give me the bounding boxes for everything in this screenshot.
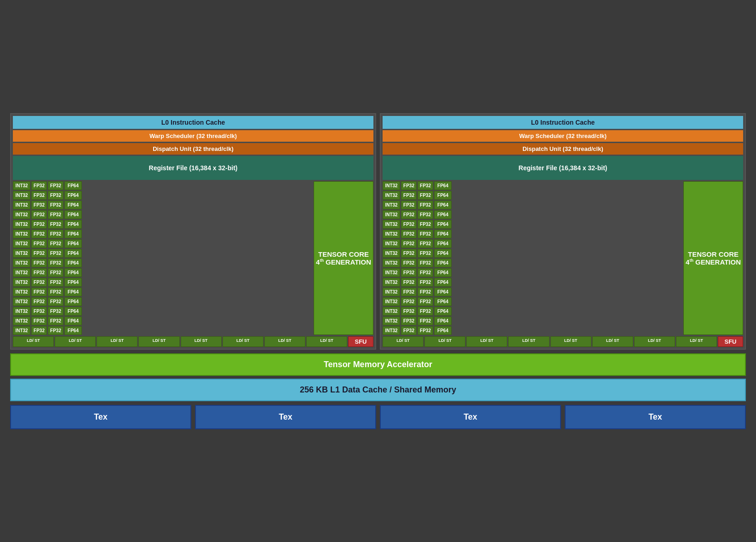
unit-cell-2-2-2: FP32 [418, 201, 433, 209]
tex-cell-2: Tex [380, 405, 561, 429]
unit-cell-2-11-1: FP32 [401, 288, 417, 296]
unit-cell-2-7-0: INT32 [383, 249, 400, 258]
dispatch-unit-1: Dispatch Unit (32 thread/clk) [13, 143, 373, 155]
unit-cell-2-6-2: FP32 [418, 239, 433, 248]
tensor-core-1: TENSOR CORE 4th GENERATION [314, 181, 373, 335]
l0-cache-2: L0 Instruction Cache [383, 116, 743, 129]
unit-cell-2-8-3: FP64 [434, 259, 452, 267]
sm-block-1: L0 Instruction Cache Warp Scheduler (32 … [10, 113, 376, 350]
ldst-cell-2-4: LD/ ST [550, 336, 591, 347]
compute-row-1-11: INT32FP32FP32FP64 [13, 288, 312, 296]
unit-cell-1-13-3: FP64 [64, 307, 82, 316]
unit-cell-1-9-0: INT32 [13, 268, 30, 277]
register-file-1: Register File (16,384 x 32-bit) [13, 156, 373, 180]
unit-cell-2-0-2: FP32 [418, 181, 433, 190]
unit-cell-2-5-0: INT32 [383, 230, 400, 238]
unit-cell-1-0-2: FP32 [48, 181, 63, 190]
ldst-cell-1-2: LD/ ST [97, 336, 137, 347]
unit-cell-1-1-3: FP64 [64, 191, 82, 200]
unit-cell-2-5-2: FP32 [418, 230, 433, 238]
unit-cell-1-11-3: FP64 [64, 288, 82, 296]
unit-cell-2-13-0: INT32 [383, 307, 400, 316]
unit-cell-1-11-0: INT32 [13, 288, 30, 296]
unit-cell-1-8-1: FP32 [31, 259, 47, 267]
unit-cell-2-6-0: INT32 [383, 239, 400, 248]
unit-cell-1-4-0: INT32 [13, 220, 30, 229]
unit-cell-1-5-1: FP32 [31, 230, 47, 238]
sfu-1: SFU [348, 336, 373, 347]
unit-cell-1-12-0: INT32 [13, 297, 30, 306]
compute-area-2: INT32FP32FP32FP64INT32FP32FP32FP64INT32F… [383, 181, 743, 335]
ldst-cell-1-5: LD/ ST [223, 336, 263, 347]
outer-wrapper: L0 Instruction Cache Warp Scheduler (32 … [6, 109, 750, 434]
unit-cell-2-7-3: FP64 [434, 249, 452, 258]
ldst-row-2: LD/ STLD/ STLD/ STLD/ STLD/ STLD/ STLD/ … [383, 336, 743, 347]
unit-cell-1-12-1: FP32 [31, 297, 47, 306]
compute-row-1-13: INT32FP32FP32FP64 [13, 307, 312, 316]
ldst-cell-1-0: LD/ ST [13, 336, 54, 347]
sm-block-2: L0 Instruction Cache Warp Scheduler (32 … [380, 113, 746, 350]
unit-cell-1-9-3: FP64 [64, 268, 82, 277]
sfu-2: SFU [718, 336, 743, 347]
unit-cell-2-12-0: INT32 [383, 297, 400, 306]
compute-row-2-11: INT32FP32FP32FP64 [383, 288, 682, 296]
unit-cell-2-10-1: FP32 [401, 278, 417, 287]
compute-row-2-1: INT32FP32FP32FP64 [383, 191, 682, 200]
unit-cell-1-3-0: INT32 [13, 210, 30, 219]
tex-row: TexTexTexTex [10, 405, 746, 429]
unit-cell-2-9-0: INT32 [383, 268, 400, 277]
unit-cell-2-3-3: FP64 [434, 210, 452, 219]
unit-cell-1-13-2: FP32 [48, 307, 63, 316]
unit-cell-2-10-0: INT32 [383, 278, 400, 287]
unit-cell-2-13-2: FP32 [418, 307, 433, 316]
unit-cell-1-2-1: FP32 [31, 201, 47, 209]
tensor-core-gen1: 4th GENERATION [316, 258, 371, 266]
compute-row-2-2: INT32FP32FP32FP64 [383, 201, 682, 209]
compute-row-2-10: INT32FP32FP32FP64 [383, 278, 682, 287]
unit-cell-2-4-0: INT32 [383, 220, 400, 229]
ldst-cell-2-0: LD/ ST [383, 336, 424, 347]
ldst-cell-2-2: LD/ ST [466, 336, 507, 347]
main-container: L0 Instruction Cache Warp Scheduler (32 … [10, 113, 746, 350]
unit-cell-1-6-0: INT32 [13, 239, 30, 248]
unit-cell-2-3-2: FP32 [418, 210, 433, 219]
compute-row-1-14: INT32FP32FP32FP64 [13, 317, 312, 325]
unit-cell-2-1-2: FP32 [418, 191, 433, 200]
unit-cell-1-15-0: INT32 [13, 326, 30, 335]
unit-cell-2-11-0: INT32 [383, 288, 400, 296]
ldst-cell-1-4: LD/ ST [181, 336, 222, 347]
unit-cell-2-0-0: INT32 [383, 181, 400, 190]
compute-row-2-0: INT32FP32FP32FP64 [383, 181, 682, 190]
unit-cell-2-15-2: FP32 [418, 326, 433, 335]
bottom-bars: Tensor Memory Accelerator 256 KB L1 Data… [10, 353, 746, 401]
compute-row-2-13: INT32FP32FP32FP64 [383, 307, 682, 316]
unit-cell-2-0-3: FP64 [434, 181, 452, 190]
unit-cell-2-12-2: FP32 [418, 297, 433, 306]
ldst-cell-1-1: LD/ ST [55, 336, 96, 347]
unit-cell-1-10-3: FP64 [64, 278, 82, 287]
register-file-2: Register File (16,384 x 32-bit) [383, 156, 743, 180]
unit-cell-1-7-3: FP64 [64, 249, 82, 258]
unit-cell-2-11-3: FP64 [434, 288, 452, 296]
unit-cell-2-0-1: FP32 [401, 181, 417, 190]
unit-cell-2-8-0: INT32 [383, 259, 400, 267]
compute-row-2-15: INT32FP32FP32FP64 [383, 326, 682, 335]
unit-cell-1-6-3: FP64 [64, 239, 82, 248]
ldst-row-1: LD/ STLD/ STLD/ STLD/ STLD/ STLD/ STLD/ … [13, 336, 373, 347]
ldst-cell-1-7: LD/ ST [306, 336, 347, 347]
tensor-core-line1: TENSOR CORE [318, 250, 369, 258]
unit-cell-1-7-0: INT32 [13, 249, 30, 258]
compute-row-1-12: INT32FP32FP32FP64 [13, 297, 312, 306]
unit-cell-2-3-0: INT32 [383, 210, 400, 219]
unit-cell-1-12-2: FP32 [48, 297, 63, 306]
unit-cell-1-1-2: FP32 [48, 191, 63, 200]
unit-cell-2-5-3: FP64 [434, 230, 452, 238]
unit-cell-1-3-3: FP64 [64, 210, 82, 219]
compute-row-2-4: INT32FP32FP32FP64 [383, 220, 682, 229]
unit-cell-1-8-2: FP32 [48, 259, 63, 267]
unit-cell-1-14-0: INT32 [13, 317, 30, 325]
unit-cell-1-4-3: FP64 [64, 220, 82, 229]
unit-cell-2-15-3: FP64 [434, 326, 452, 335]
unit-cell-1-7-1: FP32 [31, 249, 47, 258]
unit-cell-2-13-1: FP32 [401, 307, 417, 316]
